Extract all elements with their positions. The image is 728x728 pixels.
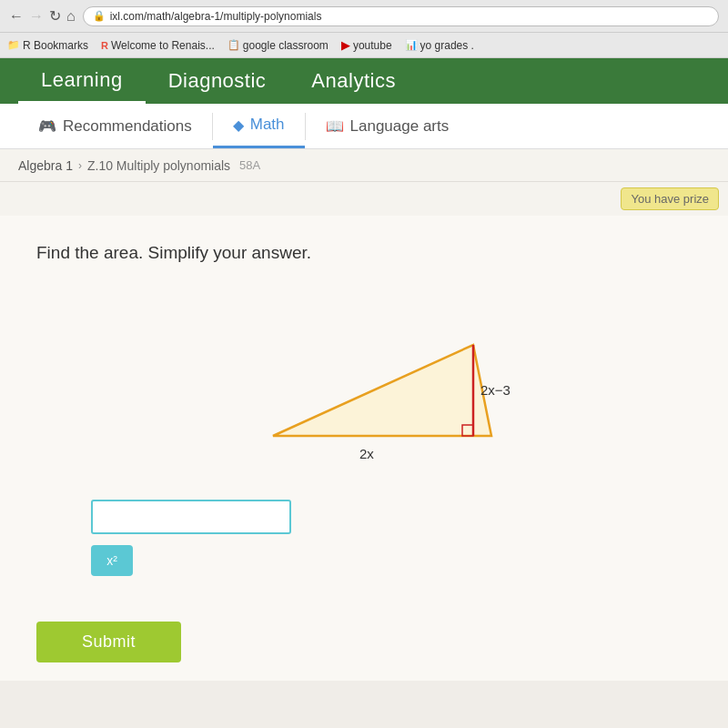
renais-icon: R [101,40,108,51]
question-prompt: Find the area. Simplify your answer. [36,243,692,263]
nav-item-analytics[interactable]: Analytics [288,58,419,104]
math-icon: ◆ [233,116,244,134]
triangle-diagram: 2x−3 2x [36,290,692,472]
recommendations-label: Recommendations [63,117,192,136]
reload-button[interactable]: ↻ [49,7,61,25]
submit-label: Submit [82,632,136,651]
answer-section: x² [36,500,692,576]
youtube-icon: ▶ [341,38,350,52]
language-arts-label: Language arts [350,117,450,136]
prize-bar: You have prize [0,182,728,216]
address-bar[interactable]: 🔒 ixl.com/math/algebra-1/multiply-polyno… [83,6,719,26]
math-label: Math [250,116,285,134]
prize-text: You have prize [631,192,709,206]
forward-button[interactable]: → [29,8,44,25]
youtube-label: youtube [353,39,392,52]
bookmark-youtube[interactable]: ▶ youtube [341,38,392,52]
browser-nav: ← → ↻ ⌂ [9,7,76,25]
home-button[interactable]: ⌂ [66,8,76,25]
language-arts-icon: 📖 [326,117,344,135]
ixl-nav: Learning Diagnostic Analytics [0,58,728,104]
base-label: 2x [359,446,374,461]
subnav-item-math[interactable]: ◆ Math [213,104,305,148]
browser-bar: ← → ↻ ⌂ 🔒 ixl.com/math/algebra-1/multipl… [0,0,728,33]
recommendations-icon: 🎮 [38,117,56,135]
prize-badge: You have prize [621,187,719,210]
google-classroom-icon: 📋 [228,39,240,51]
nav-item-learning[interactable]: Learning [18,58,146,104]
renais-label: Welcome to Renais... [111,39,215,52]
bookmark-yo-grades[interactable]: 📊 yo grades . [405,39,474,52]
sub-nav: 🎮 Recommendations ◆ Math 📖 Language arts [0,104,728,149]
breadcrumb-topic: Z.10 Multiply polynomials [87,158,230,173]
symbol-icon: x² [106,553,117,568]
bookmark-google-classroom[interactable]: 📋 google classroom [228,39,329,52]
subnav-item-recommendations[interactable]: 🎮 Recommendations [18,104,212,148]
yo-grades-icon: 📊 [405,39,418,51]
breadcrumb-subject: Algebra 1 [18,158,73,173]
triangle-shape [273,345,491,436]
submit-section: Submit [0,603,728,681]
lock-icon: 🔒 [93,10,106,22]
bookmarks-icon: 📁 [7,39,20,51]
height-label: 2x−3 [480,382,510,398]
bookmark-renais[interactable]: R Welcome to Renais... [101,39,215,52]
answer-input[interactable] [91,500,291,534]
triangle-svg: 2x−3 2x [218,290,510,472]
nav-item-diagnostic[interactable]: Diagnostic [146,58,289,104]
bookmarks-label: R Bookmarks [23,39,88,52]
yo-grades-label: yo grades . [420,39,474,52]
submit-button[interactable]: Submit [36,622,181,662]
breadcrumb: Algebra 1 › Z.10 Multiply polynomials 58… [0,149,728,182]
subnav-item-language-arts[interactable]: 📖 Language arts [306,104,470,148]
url-text: ixl.com/math/algebra-1/multiply-polynomi… [110,10,322,23]
breadcrumb-code: 58A [239,158,260,172]
bookmark-bookmarks[interactable]: 📁 R Bookmarks [7,39,88,52]
back-button[interactable]: ← [9,8,24,25]
symbol-button[interactable]: x² [91,545,133,576]
google-classroom-label: google classroom [243,39,329,52]
main-content: Find the area. Simplify your answer. 2x−… [0,216,728,603]
breadcrumb-chevron: › [78,159,82,172]
bookmarks-bar: 📁 R Bookmarks R Welcome to Renais... 📋 g… [0,33,728,58]
